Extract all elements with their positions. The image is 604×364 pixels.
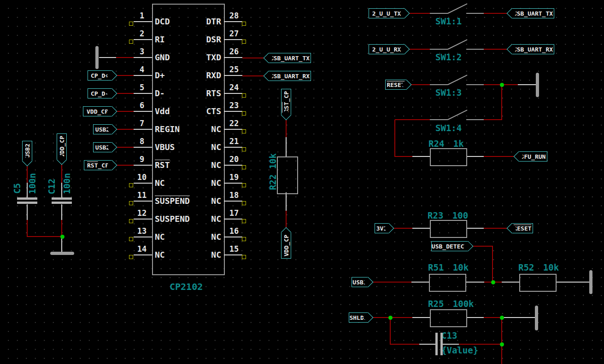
wire xyxy=(390,318,391,345)
junction-dot xyxy=(500,83,504,87)
net-flag-3v3[interactable]: 3V3 xyxy=(375,223,389,233)
net-flag-usb-uart-tx-sw[interactable]: USB_UART_TX xyxy=(512,8,554,18)
net-flag-vdd-cp-r22[interactable]: VDD_CP xyxy=(281,232,291,259)
ic-pin-number: 24 xyxy=(225,83,243,92)
wire xyxy=(484,84,502,85)
ic-pin-lead xyxy=(224,75,242,76)
junction-dot xyxy=(500,316,504,320)
wire xyxy=(61,204,62,220)
wire xyxy=(27,236,63,237)
ic-pin-name: DTR xyxy=(152,17,223,26)
switch-blade-sw1-3[interactable] xyxy=(448,75,468,85)
net-flag-usb2-pin7[interactable]: USB2 xyxy=(93,124,112,134)
wire xyxy=(407,13,430,14)
net-flag-usb-detect[interactable]: USB_DETECT xyxy=(431,241,468,251)
wire xyxy=(484,156,515,157)
ic-pin-number: 15 xyxy=(225,244,243,254)
unconnected-pin-marker xyxy=(129,219,133,223)
wire xyxy=(411,282,429,283)
wire xyxy=(459,344,502,345)
unconnected-pin-marker xyxy=(129,40,133,44)
wire xyxy=(116,57,134,58)
net-flag-label: USB_UART_TX xyxy=(270,55,310,62)
net-flag-vdd-cp-c12[interactable]: VDD_CP xyxy=(57,133,67,160)
net-flag-2-u-u-tx[interactable]: 2_U_U_TX xyxy=(369,8,405,18)
net-flag-label: VDD_CP xyxy=(283,235,290,256)
capacitor-value-c12: 100n xyxy=(62,173,72,194)
net-flag-label: USB_UART_TX xyxy=(513,10,553,17)
net-flag-reset-r23[interactable]: RESET xyxy=(512,223,533,233)
ic-pin-number: 20 xyxy=(225,155,243,164)
unconnected-pin-marker xyxy=(242,165,246,169)
net-flag-vdd-cp[interactable]: VDD_CP xyxy=(83,106,112,116)
unconnected-pin-marker xyxy=(242,40,246,44)
wire xyxy=(242,75,264,76)
wire xyxy=(518,84,536,85)
net-flag-usb-uart-tx-pin26[interactable]: USB_UART_TX xyxy=(269,53,311,63)
ic-pin-lead xyxy=(134,111,152,112)
resistor-body-r25[interactable] xyxy=(430,309,467,327)
wire xyxy=(27,183,28,198)
unconnected-pin-marker xyxy=(242,22,246,26)
ic-pin-name: NC xyxy=(152,142,223,152)
wire xyxy=(484,317,502,318)
net-flag-label: 2_U_U_TX xyxy=(372,10,401,17)
unconnected-pin-marker xyxy=(129,22,133,26)
wire xyxy=(502,84,518,85)
net-flag-reset-sw[interactable]: RESET xyxy=(385,80,406,90)
ic-pin-lead xyxy=(224,147,242,148)
net-flag-rst-cp[interactable]: RST_CP xyxy=(84,160,112,170)
wire xyxy=(390,344,419,345)
unconnected-pin-marker xyxy=(242,147,246,151)
wire xyxy=(286,119,287,137)
wire xyxy=(395,156,412,157)
wire xyxy=(484,13,508,14)
supply-bar xyxy=(535,306,538,330)
wire xyxy=(419,344,436,345)
switch-blade-sw1-2[interactable] xyxy=(448,39,468,50)
wire xyxy=(409,84,430,85)
ic-pin-lead xyxy=(224,237,242,237)
net-flag-cp-dplus[interactable]: CP_D+ xyxy=(88,70,112,81)
net-flag-usb-uart-rx-pin25[interactable]: USB_UART_RX xyxy=(269,71,311,81)
ic-pin-number: 21 xyxy=(225,137,243,146)
ic-pin-number: 8 xyxy=(133,137,151,146)
ic-pin-name: RXD xyxy=(152,70,223,80)
wire xyxy=(407,49,430,50)
resistor-label-r52: R52 10k xyxy=(518,262,559,272)
net-flag-label: USB2 xyxy=(95,144,110,151)
net-flag-usb-uart-rx-sw[interactable]: USB_UART_RX xyxy=(512,44,554,54)
gnd-bar xyxy=(95,46,99,69)
resistor-body-r51[interactable] xyxy=(429,274,466,292)
ic-pin-number: 10 xyxy=(133,173,151,182)
ic-pin-number: 2 xyxy=(133,29,151,38)
switch-label-sw1-4: SW1:4 xyxy=(435,123,462,133)
net-flag-label: VDD_CP xyxy=(59,136,65,157)
switch-blade-sw1-1[interactable] xyxy=(448,3,468,14)
net-flag-cp-dminus[interactable]: CP_D- xyxy=(88,88,112,98)
ic-pin-number: 23 xyxy=(225,101,243,110)
net-flag-2-u-u-rx[interactable]: 2_U_U_RX xyxy=(369,44,405,54)
resistor-body-r24[interactable] xyxy=(430,148,467,166)
resistor-body-r23[interactable] xyxy=(430,220,467,238)
capacitor-plate xyxy=(440,333,443,355)
unconnected-pin-marker xyxy=(129,201,133,205)
schematic-canvas: CP2102 CP_D+ CP_D- VDD_CP USB2 USB2 RST_… xyxy=(0,0,604,364)
ic-pin-lead xyxy=(224,183,242,184)
net-flag-rst-cp-r22[interactable]: RST_CP xyxy=(281,89,291,115)
net-flag-dfu-run[interactable]: DFU_RUN xyxy=(519,151,547,162)
ic-pin-name: NC xyxy=(152,196,223,206)
resistor-body-r22[interactable] xyxy=(277,156,298,194)
wire xyxy=(430,49,448,50)
ic-pin-lead xyxy=(134,129,152,130)
resistor-body-r52[interactable] xyxy=(519,274,557,292)
unconnected-pin-marker xyxy=(242,219,246,223)
net-flag-usb2-pin8[interactable]: USB2 xyxy=(93,142,112,152)
net-flag-label: RESET xyxy=(513,225,531,232)
net-flag-shld1[interactable]: SHLD1 xyxy=(349,312,368,323)
net-flag-usb2-c5[interactable]: USB2 xyxy=(22,141,32,161)
switch-blade-sw1-4[interactable] xyxy=(448,110,468,120)
ic-pin-name: NC xyxy=(152,214,223,224)
capacitor-label-c5: C5 xyxy=(12,183,22,194)
net-flag-usb1[interactable]: USB1 xyxy=(352,277,368,287)
